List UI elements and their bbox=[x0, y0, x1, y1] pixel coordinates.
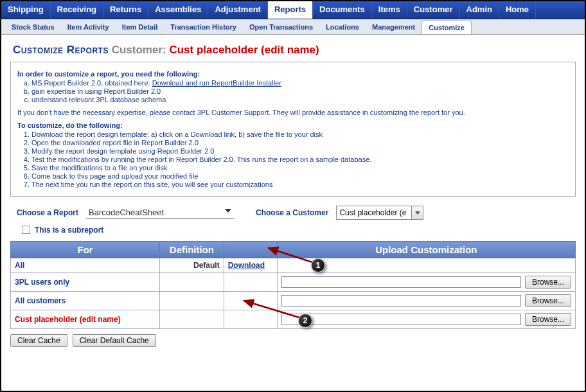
report-select[interactable]: BarcodeCheatSheet bbox=[86, 206, 234, 219]
topnav-returns[interactable]: Returns bbox=[103, 1, 148, 19]
subreport-checkbox[interactable] bbox=[22, 226, 31, 235]
instruction-step-7: The next time you run the report on this… bbox=[31, 181, 569, 188]
col-upload: Upload Customization bbox=[277, 242, 575, 258]
clear-cache-button[interactable]: Clear Cache bbox=[10, 334, 67, 347]
customer-select-dropdown-button[interactable] bbox=[411, 206, 423, 219]
subnav-management[interactable]: Management bbox=[366, 21, 422, 33]
browse-button[interactable]: Browse... bbox=[525, 313, 571, 326]
row-definition: Default bbox=[160, 258, 224, 273]
instructions-heading-1: In order to customize a report, you need… bbox=[17, 70, 569, 78]
instruction-req-a: MS Report Builder 2.0, obtained here: Do… bbox=[31, 79, 569, 87]
row-for-label: Cust placeholder (edit name) bbox=[11, 310, 160, 329]
subnav-item-detail[interactable]: Item Detail bbox=[116, 21, 164, 33]
customer-select-input[interactable] bbox=[337, 206, 411, 219]
subnav-stock-status[interactable]: Stock Status bbox=[5, 21, 61, 33]
subreport-label: This is a subreport bbox=[35, 226, 103, 235]
row-for-label: All bbox=[11, 258, 160, 273]
instruction-step-4: Test the modifications by running the re… bbox=[31, 156, 569, 163]
upload-path-input[interactable] bbox=[281, 276, 521, 288]
choose-customer-label: Choose a Customer bbox=[256, 208, 328, 217]
upload-path-input[interactable] bbox=[281, 295, 521, 307]
bottom-buttons: Clear Cache Clear Default Cache bbox=[1, 329, 585, 352]
col-definition: Definition bbox=[160, 242, 224, 258]
instructions-para: If you don't have the necessary expertis… bbox=[17, 109, 569, 116]
instruction-req-b: gain expertise in using Report Builder 2… bbox=[31, 87, 569, 95]
topnav-documents[interactable]: Documents bbox=[313, 1, 372, 19]
page-title-sub: Customer: bbox=[112, 44, 166, 56]
row-definition bbox=[160, 310, 224, 329]
row-for-label: All customers bbox=[11, 292, 160, 310]
caret-down-icon bbox=[225, 209, 231, 213]
topnav-assemblies[interactable]: Assemblies bbox=[148, 1, 208, 19]
instruction-step-5: Save the modifications to a file on your… bbox=[31, 164, 569, 172]
table-row: All Default Download bbox=[11, 258, 576, 273]
instruction-step-6: Come back to this page and upload your m… bbox=[31, 172, 569, 180]
subnav-customize[interactable]: Customize bbox=[422, 21, 472, 34]
topnav-receiving[interactable]: Receiving bbox=[51, 1, 103, 19]
subnav-open-transactions[interactable]: Open Transactions bbox=[243, 21, 319, 33]
instructions-panel: In order to customize a report, you need… bbox=[10, 62, 576, 197]
table-row: Cust placeholder (edit name) Browse... bbox=[11, 310, 576, 329]
instructions-heading-2: To customize, do the following: bbox=[17, 121, 569, 129]
page-title-customer: Cust placeholder (edit name) bbox=[169, 44, 319, 56]
sub-nav: Stock Status Item Activity Item Detail T… bbox=[1, 19, 585, 35]
subnav-transaction-history[interactable]: Transaction History bbox=[164, 21, 243, 33]
topnav-shipping[interactable]: Shipping bbox=[1, 1, 51, 19]
row-definition bbox=[160, 273, 224, 292]
subnav-item-activity[interactable]: Item Activity bbox=[61, 21, 116, 33]
page-title-main: Customize Reports bbox=[13, 44, 109, 56]
customization-table: For Definition Upload Customization All … bbox=[10, 241, 576, 329]
topnav-adjustment[interactable]: Adjustment bbox=[208, 1, 268, 19]
page-title: Customize Reports Customer: Cust placeho… bbox=[1, 35, 585, 62]
topnav-home[interactable]: Home bbox=[499, 1, 536, 19]
instruction-step-2: Open the downloaded report file in Repor… bbox=[31, 139, 569, 147]
download-link[interactable]: Download bbox=[228, 261, 265, 270]
subnav-locations[interactable]: Locations bbox=[319, 21, 366, 33]
choose-report-label: Choose a Report bbox=[17, 208, 78, 217]
top-nav: Shipping Receiving Returns Assemblies Ad… bbox=[1, 1, 585, 19]
table-row: All customers Browse... bbox=[11, 292, 576, 310]
instruction-step-3: Modify the report design template using … bbox=[31, 147, 569, 155]
browse-button[interactable]: Browse... bbox=[525, 294, 571, 307]
report-select-value: BarcodeCheatSheet bbox=[89, 208, 164, 217]
topnav-customer[interactable]: Customer bbox=[407, 1, 460, 19]
col-download bbox=[224, 242, 277, 258]
caret-down-icon bbox=[415, 211, 420, 215]
topnav-admin[interactable]: Admin bbox=[460, 1, 499, 19]
instruction-req-c: understand relevant 3PL database schema bbox=[31, 96, 569, 103]
customer-select[interactable] bbox=[336, 206, 423, 220]
table-row: 3PL users only Browse... bbox=[11, 273, 576, 292]
row-for-label: 3PL users only bbox=[11, 273, 160, 292]
instruction-step-1: Download the report design template: a) … bbox=[31, 130, 569, 138]
topnav-items[interactable]: Items bbox=[372, 1, 407, 19]
clear-default-cache-button[interactable]: Clear Default Cache bbox=[73, 334, 156, 347]
browse-button[interactable]: Browse... bbox=[525, 276, 571, 289]
topnav-reports[interactable]: Reports bbox=[268, 1, 313, 19]
subreport-row: This is a subreport bbox=[1, 224, 585, 240]
row-definition bbox=[160, 292, 224, 310]
reportbuilder-installer-link[interactable]: Download and run ReportBuilder Installer bbox=[152, 79, 281, 87]
col-for: For bbox=[11, 242, 160, 258]
selectors-row: Choose a Report BarcodeCheatSheet Choose… bbox=[1, 197, 585, 224]
upload-path-input[interactable] bbox=[281, 314, 521, 325]
